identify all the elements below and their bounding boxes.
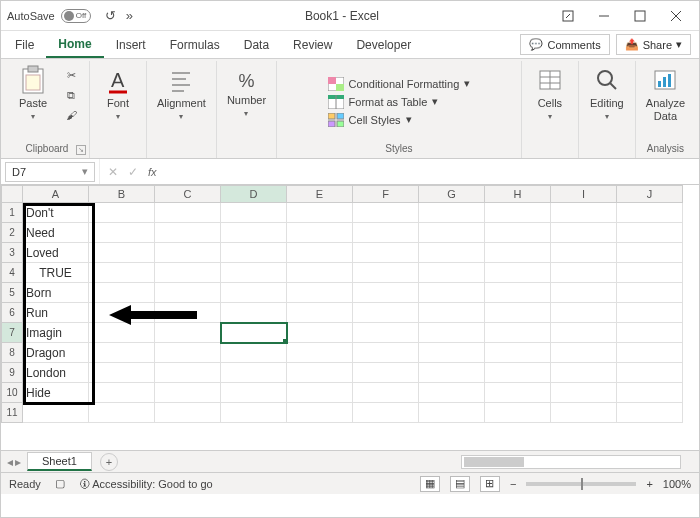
cells-button[interactable]: Cells ▾ [528,63,572,123]
cell-I5[interactable] [551,283,617,303]
paste-button[interactable]: Paste ▾ [11,63,55,123]
cell-J2[interactable] [617,223,683,243]
cell-I8[interactable] [551,343,617,363]
close-icon[interactable] [659,4,693,28]
editing-button[interactable]: Editing ▾ [585,63,629,123]
cell-J1[interactable] [617,203,683,223]
cell-B7[interactable] [89,323,155,343]
cell-E5[interactable] [287,283,353,303]
maximize-icon[interactable] [623,4,657,28]
row-header-7[interactable]: 7 [1,323,23,343]
cell-H5[interactable] [485,283,551,303]
tab-formulas[interactable]: Formulas [158,31,232,58]
format-painter-icon[interactable]: 🖌 [61,107,81,123]
share-button[interactable]: 📤Share ▾ [616,34,691,55]
cell-J9[interactable] [617,363,683,383]
cell-B3[interactable] [89,243,155,263]
cell-B10[interactable] [89,383,155,403]
row-header-11[interactable]: 11 [1,403,23,423]
cell-D4[interactable] [221,263,287,283]
cell-B4[interactable] [89,263,155,283]
cell-C4[interactable] [155,263,221,283]
cell-F7[interactable] [353,323,419,343]
cell-B6[interactable] [89,303,155,323]
cell-I1[interactable] [551,203,617,223]
cell-J10[interactable] [617,383,683,403]
cell-A4[interactable]: TRUE [23,263,89,283]
col-header-C[interactable]: C [155,185,221,203]
cell-H7[interactable] [485,323,551,343]
cell-J8[interactable] [617,343,683,363]
cell-F6[interactable] [353,303,419,323]
cell-J6[interactable] [617,303,683,323]
cell-F11[interactable] [353,403,419,423]
cell-G4[interactable] [419,263,485,283]
cell-A10[interactable]: Hide [23,383,89,403]
cell-D9[interactable] [221,363,287,383]
cut-icon[interactable]: ✂ [61,67,81,83]
more-icon[interactable]: » [126,8,133,23]
row-header-4[interactable]: 4 [1,263,23,283]
cell-I11[interactable] [551,403,617,423]
cell-E7[interactable] [287,323,353,343]
cell-G1[interactable] [419,203,485,223]
cell-E11[interactable] [287,403,353,423]
cell-B11[interactable] [89,403,155,423]
next-sheet-icon[interactable]: ▸ [15,455,21,469]
cell-D6[interactable] [221,303,287,323]
zoom-slider[interactable] [526,482,636,486]
undo-icon[interactable]: ↺ [105,8,116,23]
cell-A1[interactable]: Don't [23,203,89,223]
col-header-D[interactable]: D [221,185,287,203]
cell-C9[interactable] [155,363,221,383]
cell-I6[interactable] [551,303,617,323]
cell-A6[interactable]: Run [23,303,89,323]
zoom-out-icon[interactable]: − [510,478,516,490]
cell-C10[interactable] [155,383,221,403]
cell-D8[interactable] [221,343,287,363]
cell-F10[interactable] [353,383,419,403]
cell-E10[interactable] [287,383,353,403]
cell-D1[interactable] [221,203,287,223]
row-header-9[interactable]: 9 [1,363,23,383]
name-box[interactable]: D7 ▾ [5,162,95,182]
cell-H1[interactable] [485,203,551,223]
cell-F2[interactable] [353,223,419,243]
cell-A11[interactable] [23,403,89,423]
cell-E2[interactable] [287,223,353,243]
cell-E6[interactable] [287,303,353,323]
cell-D2[interactable] [221,223,287,243]
cell-C3[interactable] [155,243,221,263]
tab-file[interactable]: File [3,31,46,58]
cell-I3[interactable] [551,243,617,263]
col-header-J[interactable]: J [617,185,683,203]
cell-H9[interactable] [485,363,551,383]
cell-B8[interactable] [89,343,155,363]
cell-A8[interactable]: Dragon [23,343,89,363]
col-header-H[interactable]: H [485,185,551,203]
tab-home[interactable]: Home [46,31,103,58]
analyze-data-button[interactable]: Analyze Data [642,63,689,124]
comments-button[interactable]: 💬Comments [520,34,609,55]
cell-B5[interactable] [89,283,155,303]
cell-H3[interactable] [485,243,551,263]
cell-G3[interactable] [419,243,485,263]
accept-formula-icon[interactable]: ✓ [128,165,138,179]
select-all-corner[interactable] [1,185,23,203]
cell-A7[interactable]: Imagin [23,323,89,343]
zoom-in-icon[interactable]: + [646,478,652,490]
row-header-3[interactable]: 3 [1,243,23,263]
cell-J7[interactable] [617,323,683,343]
cell-styles-button[interactable]: Cell Styles ▾ [326,112,414,128]
cell-G8[interactable] [419,343,485,363]
alignment-button[interactable]: Alignment ▾ [153,63,210,123]
cell-I4[interactable] [551,263,617,283]
cell-C2[interactable] [155,223,221,243]
cell-D7[interactable] [221,323,287,343]
cell-G5[interactable] [419,283,485,303]
accessibility-status[interactable]: 🛈 Accessibility: Good to go [79,478,213,490]
format-as-table-button[interactable]: Format as Table ▾ [326,94,441,110]
col-header-E[interactable]: E [287,185,353,203]
cell-J11[interactable] [617,403,683,423]
cell-F8[interactable] [353,343,419,363]
